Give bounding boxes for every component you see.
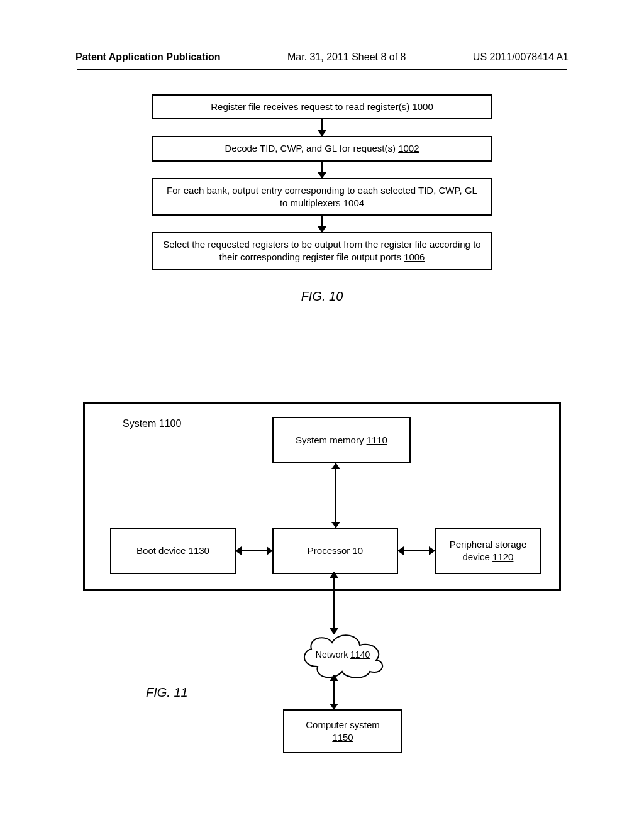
network-label: Network 1140 <box>316 650 370 660</box>
block-label: Boot device <box>136 545 189 556</box>
header-left: Patent Application Publication <box>75 52 221 63</box>
bidir-arrow-icon <box>335 463 336 528</box>
system-label: System 1100 <box>123 418 181 429</box>
system-label-text: System <box>123 418 159 429</box>
bidir-arrow-icon <box>236 550 272 551</box>
figure-10-caption: FIG. 10 <box>152 289 492 304</box>
flow-step-ref: 1002 <box>398 143 419 153</box>
flow-step-ref: 1000 <box>412 101 433 112</box>
flow-step-text: Register file receives request to read r… <box>211 101 412 112</box>
block-network-cloud: Network 1140 <box>296 630 390 679</box>
block-label: System memory <box>296 434 367 445</box>
figure-11-caption: FIG. 11 <box>146 685 188 700</box>
system-1100-box: System 1100 System memory 1110 Boot devi… <box>83 402 561 591</box>
bidir-arrow-icon <box>333 572 335 634</box>
flow-step-text: For each bank, output entry correspondin… <box>167 185 477 208</box>
flow-step-ref: 1006 <box>404 252 425 262</box>
block-label-line1: Peripheral storage <box>450 539 527 550</box>
system-label-ref: 1100 <box>159 418 182 429</box>
flow-step-1000: Register file receives request to read r… <box>152 94 492 119</box>
header-center: Mar. 31, 2011 Sheet 8 of 8 <box>287 52 406 63</box>
bidir-arrow-icon <box>398 550 435 551</box>
block-label-line1: Computer system <box>306 719 380 730</box>
block-boot-device: Boot device 1130 <box>110 528 236 574</box>
block-processor: Processor 10 <box>272 528 398 574</box>
block-label: Network <box>316 650 350 660</box>
flow-arrow-icon <box>321 216 323 232</box>
bidir-arrow-icon <box>333 675 335 709</box>
block-ref: 1150 <box>332 732 353 743</box>
flow-arrow-icon <box>321 119 323 136</box>
block-computer-system: Computer system 1150 <box>283 709 402 753</box>
block-ref: 10 <box>353 545 364 556</box>
flow-step-text: Decode TID, CWP, and GL for request(s) <box>225 143 398 153</box>
block-ref: 1130 <box>189 545 209 556</box>
block-peripheral-storage: Peripheral storage device 1120 <box>435 528 541 574</box>
flow-arrow-icon <box>321 162 323 178</box>
block-label: Processor <box>308 545 353 556</box>
block-ref: 1110 <box>367 434 387 445</box>
page-header: Patent Application Publication Mar. 31, … <box>0 52 644 63</box>
block-ref: 1140 <box>350 650 370 660</box>
figure-11: System 1100 System memory 1110 Boot devi… <box>83 402 561 780</box>
block-label-line2: device <box>463 551 493 562</box>
header-rule <box>77 69 567 70</box>
flow-step-1002: Decode TID, CWP, and GL for request(s) 1… <box>152 136 492 161</box>
page: Patent Application Publication Mar. 31, … <box>0 0 644 830</box>
flow-step-1004: For each bank, output entry correspondin… <box>152 178 492 216</box>
figure-10: Register file receives request to read r… <box>152 94 492 304</box>
block-ref: 1120 <box>492 551 513 562</box>
header-right: US 2011/0078414 A1 <box>473 52 569 63</box>
block-system-memory: System memory 1110 <box>272 417 411 463</box>
flow-step-1006: Select the requested registers to be out… <box>152 232 492 270</box>
flow-step-text: Select the requested registers to be out… <box>163 239 480 262</box>
flow-step-ref: 1004 <box>343 197 364 208</box>
